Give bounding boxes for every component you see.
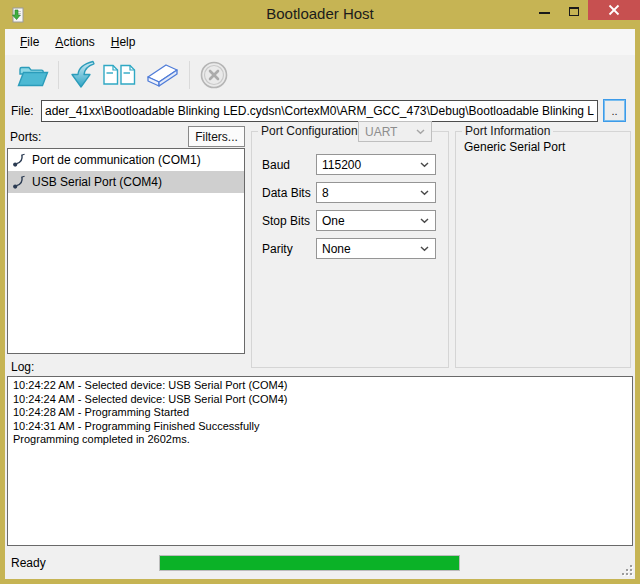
parity-dropdown[interactable]: None: [316, 238, 436, 259]
main-area: Ports: Filters... Port de communication …: [5, 126, 635, 368]
verify-documents-icon: [102, 62, 138, 89]
data-bits-dropdown[interactable]: 8: [316, 182, 436, 203]
port-information-title: Port Information: [462, 124, 553, 138]
stop-bits-value: One: [322, 214, 345, 228]
minimize-icon: [539, 12, 550, 14]
log-line: 10:24:31 AM - Programming Finished Succe…: [13, 420, 627, 434]
log-line: 10:24:28 AM - Programming Started: [13, 406, 627, 420]
log-line: 10:24:22 AM - Selected device: USB Seria…: [13, 379, 627, 393]
close-button[interactable]: [588, 0, 640, 20]
client-area: File Actions Help: [5, 29, 635, 579]
log-output[interactable]: 10:24:22 AM - Selected device: USB Seria…: [7, 376, 633, 546]
chevron-down-icon: [420, 190, 429, 196]
chevron-down-icon: [420, 162, 429, 168]
menu-file[interactable]: File: [12, 31, 47, 53]
statusbar: Ready: [5, 546, 635, 579]
chevron-down-icon: [416, 129, 425, 135]
baud-value: 115200: [322, 158, 361, 172]
toolbar: [5, 55, 635, 95]
stop-bits-row: Stop Bits One: [262, 210, 448, 231]
port-list-item-com1[interactable]: Port de communication (COM1): [8, 149, 244, 171]
caption-buttons: [530, 0, 640, 20]
ports-header: Ports: Filters...: [7, 126, 245, 147]
port-configuration-group: Port Configuration UART Baud 115200: [251, 131, 449, 368]
port-item-label: Port de communication (COM1): [32, 153, 201, 167]
toolbar-separator: [58, 61, 59, 89]
chevron-down-icon: [420, 218, 429, 224]
serial-port-icon: [12, 174, 26, 190]
file-label: File:: [11, 104, 41, 118]
close-icon: [608, 4, 620, 16]
eraser-icon: [144, 61, 180, 89]
menu-help[interactable]: Help: [103, 31, 144, 53]
abort-icon: [199, 60, 229, 90]
titlebar[interactable]: Bootloader Host: [0, 0, 640, 29]
port-information-group: Port Information Generic Serial Port: [455, 131, 631, 368]
menubar: File Actions Help: [5, 29, 635, 55]
baud-row: Baud 115200: [262, 154, 448, 175]
progress-bar: [159, 555, 460, 571]
baud-dropdown[interactable]: 115200: [316, 154, 436, 175]
app-icon: [9, 7, 25, 23]
maximize-button[interactable]: [559, 0, 588, 20]
maximize-icon: [569, 7, 579, 16]
config-fields: Baud 115200 Data Bits 8: [252, 132, 448, 259]
toolbar-separator: [189, 61, 190, 89]
stop-bits-dropdown[interactable]: One: [316, 210, 436, 231]
open-folder-icon: [17, 62, 49, 89]
parity-row: Parity None: [262, 238, 448, 259]
baud-label: Baud: [262, 158, 316, 172]
serial-port-icon: [12, 152, 26, 168]
data-bits-value: 8: [322, 186, 329, 200]
stop-bits-label: Stop Bits: [262, 214, 316, 228]
program-button[interactable]: [65, 58, 99, 92]
progress-fill: [160, 556, 459, 570]
program-arrow-icon: [68, 60, 96, 90]
verify-button[interactable]: [99, 60, 141, 91]
filters-button[interactable]: Filters...: [188, 126, 245, 147]
port-list-item-com4[interactable]: USB Serial Port (COM4): [8, 171, 244, 193]
port-configuration-title: Port Configuration: [258, 124, 361, 138]
abort-button[interactable]: [196, 58, 232, 92]
open-file-button[interactable]: [14, 60, 52, 91]
ports-panel: Ports: Filters... Port de communication …: [7, 126, 245, 368]
data-bits-row: Data Bits 8: [262, 182, 448, 203]
bootloader-host-window: Bootloader Host File Actions Help: [0, 0, 640, 584]
file-path-input[interactable]: [41, 100, 598, 122]
minimize-button[interactable]: [530, 0, 559, 20]
ports-list: Port de communication (COM1) USB Serial …: [7, 148, 245, 354]
log-line: 10:24:24 AM - Selected device: USB Seria…: [13, 393, 627, 407]
chevron-down-icon: [420, 246, 429, 252]
status-text: Ready: [11, 556, 46, 570]
parity-value: None: [322, 242, 351, 256]
log-line: Programming completed in 2602ms.: [13, 433, 627, 447]
file-row: File: ..: [5, 95, 635, 126]
browse-button[interactable]: ..: [603, 99, 626, 122]
resize-grip[interactable]: [622, 565, 632, 575]
data-bits-label: Data Bits: [262, 186, 316, 200]
parity-label: Parity: [262, 242, 316, 256]
protocol-value: UART: [365, 125, 397, 139]
menu-actions[interactable]: Actions: [47, 31, 102, 53]
port-item-label: USB Serial Port (COM4): [32, 175, 162, 189]
erase-button[interactable]: [141, 59, 183, 91]
protocol-dropdown[interactable]: UART: [358, 121, 432, 142]
ports-label: Ports:: [10, 130, 41, 144]
